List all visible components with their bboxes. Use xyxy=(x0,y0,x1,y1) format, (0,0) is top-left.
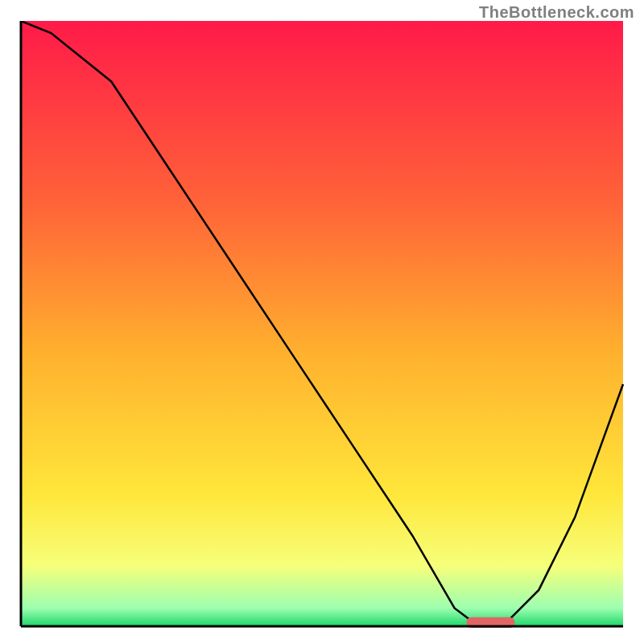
svg-rect-0 xyxy=(21,21,623,626)
bottleneck-chart xyxy=(16,21,628,636)
brand-watermark: TheBottleneck.com xyxy=(479,3,634,22)
